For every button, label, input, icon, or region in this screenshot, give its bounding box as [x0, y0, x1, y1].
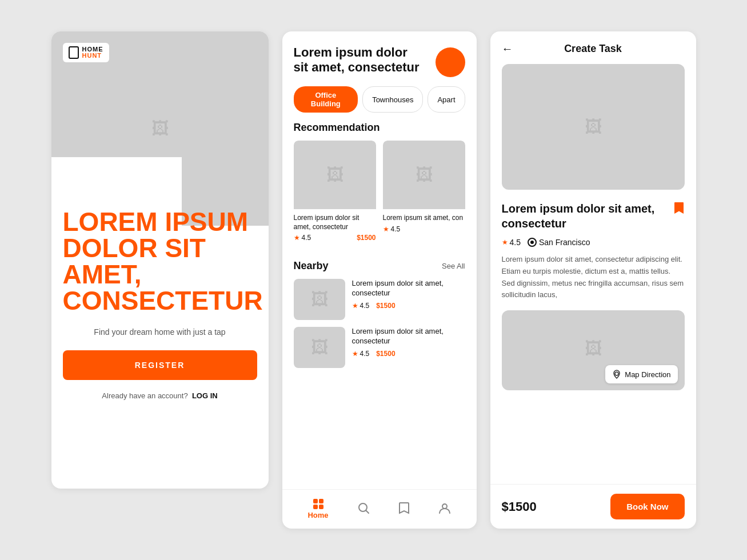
rec-info-1: Lorem ipsum dolor sit amet, consectetur …: [294, 209, 376, 246]
nearby-meta-1: ★ 4.5 $1500: [352, 302, 465, 310]
nearby-price-2: $1500: [376, 350, 395, 358]
map-direction-label: Map Direction: [625, 370, 670, 379]
nearby-list: 🖼 Lorem ipsum dolor sit amet, consectetu…: [282, 279, 477, 368]
recommendation-section-title: Recommendation: [282, 122, 477, 141]
hero-headline: LOREM IPSUM DOLOR SIT AMET, CONSECTETUR: [63, 209, 257, 314]
tab-townhouses[interactable]: Townhouses: [362, 86, 423, 113]
rec-image-2: 🖼: [383, 141, 465, 209]
nearby-rating-value-2: 4.5: [360, 350, 370, 358]
recommendation-grid: 🖼 Lorem ipsum dolor sit amet, consectetu…: [282, 141, 477, 246]
category-tabs: Office Building Townhouses Apart: [282, 86, 477, 122]
login-prompt: Already have an account? LOG IN: [63, 391, 257, 400]
nearby-placeholder-icon-1: 🖼: [311, 290, 328, 309]
screen3-detail: ← Create Task 🖼 Lorem ipsum dolor sit am…: [490, 31, 696, 529]
register-button[interactable]: REGISTER: [63, 350, 257, 380]
screen2-header: Lorem ipsum dolorsit amet, consectetur: [282, 31, 477, 86]
screen1-content: LOREM IPSUM DOLOR SIT AMET, CONSECTETUR …: [51, 226, 269, 489]
screen2-title: Lorem ipsum dolorsit amet, consectetur: [294, 45, 420, 75]
screen3-page-title: Create Task: [564, 43, 622, 55]
rec-name-1: Lorem ipsum dolor sit amet, consectetur: [294, 214, 376, 231]
star-icon-1: ★: [294, 234, 300, 242]
nearby-title: Nearby: [294, 260, 329, 272]
property-description: Lorem ipsum dolor sit amet, consectetur …: [490, 254, 696, 310]
property-rating: ★ 4.5: [502, 238, 521, 247]
svg-point-2: [442, 504, 447, 509]
rec-image-1: 🖼: [294, 141, 376, 209]
home-grid-icon: [313, 499, 323, 509]
tab-apart[interactable]: Apart: [428, 86, 465, 113]
map-direction-button[interactable]: Map Direction: [605, 365, 677, 383]
nearby-placeholder-icon-2: 🖼: [311, 338, 328, 357]
map-image: 🖼 Map Direction: [502, 310, 685, 390]
nearby-name-1: Lorem ipsum dolor sit amet, consectetur: [352, 279, 465, 298]
nav-bookmark[interactable]: [398, 502, 410, 517]
bookmark-button[interactable]: [673, 201, 685, 218]
rec-rating-value-1: 4.5: [302, 234, 311, 242]
property-location: San Francisco: [528, 238, 590, 247]
nav-home-label: Home: [307, 511, 328, 519]
screen3-footer: $1500 Book Now: [490, 484, 696, 529]
nav-home[interactable]: Home: [307, 499, 328, 519]
nearby-image-1: 🖼: [294, 279, 345, 320]
property-location-text: San Francisco: [539, 238, 590, 247]
logo-hunt-text: HUNT: [82, 53, 103, 59]
nearby-info-1: Lorem ipsum dolor sit amet, consectetur …: [352, 279, 465, 310]
screen1-login: HOME HUNT 🖼 LOREM IPSUM DOLOR SIT AMET, …: [51, 31, 269, 489]
nearby-header: Nearby See All: [282, 260, 477, 279]
back-arrow-button[interactable]: ←: [502, 42, 513, 55]
nearby-item-1[interactable]: 🖼 Lorem ipsum dolor sit amet, consectetu…: [294, 279, 465, 320]
nearby-rating-value-1: 4.5: [360, 302, 370, 310]
svg-point-3: [615, 372, 618, 375]
orange-circle-avatar: [436, 47, 465, 77]
profile-icon: [438, 502, 451, 517]
screen2-home-listing: Lorem ipsum dolorsit amet, consectetur O…: [282, 31, 477, 529]
svg-line-1: [366, 510, 369, 513]
login-link[interactable]: LOG IN: [192, 391, 218, 400]
property-info-row: Lorem ipsum dolor sit amet, consectetur: [490, 201, 696, 238]
rec-meta-2: ★ 4.5: [383, 225, 465, 233]
property-price: $1500: [502, 499, 537, 514]
map-pin-icon: [612, 370, 621, 379]
rec-meta-1: ★ 4.5 $1500: [294, 234, 376, 242]
star-icon-2: ★: [383, 225, 389, 233]
location-dot-icon: [528, 238, 537, 247]
property-rating-value: 4.5: [510, 238, 521, 247]
nearby-price-1: $1500: [376, 302, 395, 310]
property-star-icon: ★: [502, 238, 508, 246]
nav-search[interactable]: [357, 502, 370, 517]
rec-placeholder-icon-2: 🖼: [416, 165, 433, 185]
rec-name-2: Lorem ipsum sit amet, con: [383, 214, 465, 223]
logo-icon: [69, 46, 79, 59]
image-placeholder-icon: 🖼: [151, 119, 169, 138]
property-image-placeholder-icon: 🖼: [585, 117, 602, 137]
nearby-name-2: Lorem ipsum dolor sit amet, consectetur: [352, 327, 465, 346]
nearby-meta-2: ★ 4.5 $1500: [352, 350, 465, 358]
nav-profile[interactable]: [438, 502, 451, 517]
rec-rating-2: ★ 4.5: [383, 225, 401, 233]
hero-subtitle: Find your dream home with just a tap: [63, 327, 257, 337]
nearby-star-icon-2: ★: [352, 350, 358, 358]
property-rating-location: ★ 4.5 San Francisco: [490, 238, 696, 254]
nearby-info-2: Lorem ipsum dolor sit amet, consectetur …: [352, 327, 465, 358]
search-icon: [357, 502, 370, 517]
nearby-star-icon-1: ★: [352, 302, 358, 310]
bookmark-icon: [398, 502, 410, 517]
nearby-item-2[interactable]: 🖼 Lorem ipsum dolor sit amet, consectetu…: [294, 327, 465, 368]
nearby-rating-1: ★ 4.5: [352, 302, 370, 310]
rec-info-2: Lorem ipsum sit amet, con ★ 4.5: [383, 209, 465, 238]
rec-price-1: $1500: [357, 234, 376, 242]
property-name: Lorem ipsum dolor sit amet, consectetur: [502, 201, 669, 231]
rec-placeholder-icon-1: 🖼: [326, 165, 343, 185]
book-now-button[interactable]: Book Now: [610, 494, 684, 519]
logo: HOME HUNT: [63, 43, 109, 62]
rec-rating-value-2: 4.5: [391, 225, 401, 233]
see-all-button[interactable]: See All: [442, 262, 465, 270]
rec-card-2[interactable]: 🖼 Lorem ipsum sit amet, con ★ 4.5: [383, 141, 465, 246]
bottom-navigation: Home: [282, 489, 477, 529]
rec-card-1[interactable]: 🖼 Lorem ipsum dolor sit amet, consectetu…: [294, 141, 376, 246]
logo-text: HOME HUNT: [82, 46, 103, 59]
tab-office-building[interactable]: Office Building: [294, 86, 358, 113]
rec-rating-1: ★ 4.5: [294, 234, 311, 242]
screen1-hero-image: HOME HUNT 🖼: [51, 31, 269, 226]
map-placeholder-icon: 🖼: [585, 339, 602, 358]
